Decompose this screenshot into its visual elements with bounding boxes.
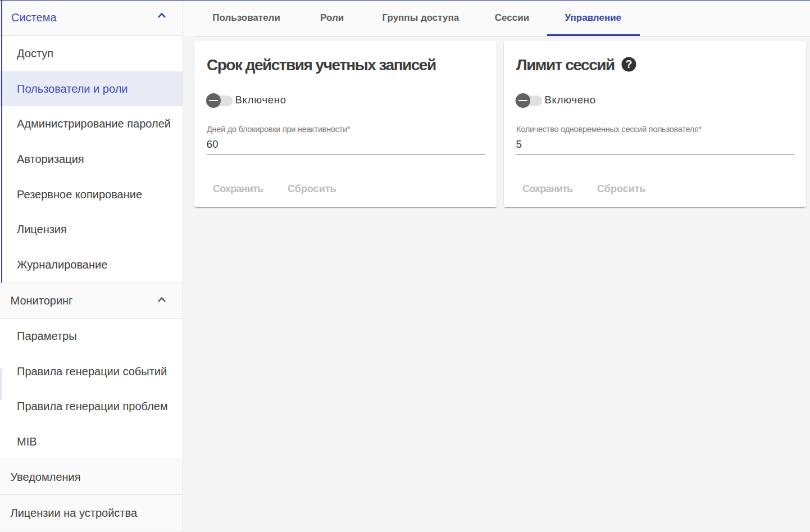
svg-text:?: ? (626, 57, 632, 70)
